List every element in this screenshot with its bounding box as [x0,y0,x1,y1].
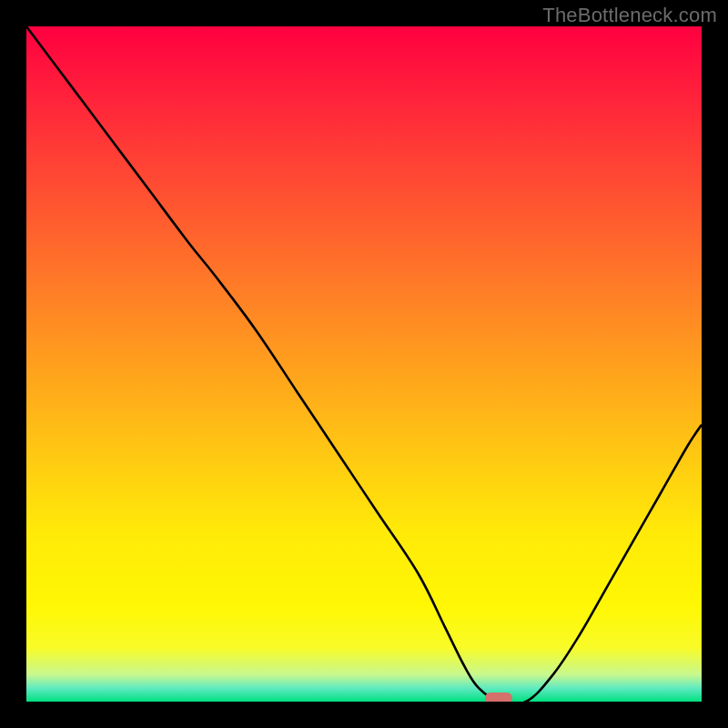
plot-area [26,26,702,702]
bottleneck-curve [26,26,702,702]
curve-path [26,26,702,702]
chart-frame: TheBottleneck.com [0,0,728,728]
optimal-point-marker [485,693,512,702]
watermark-text: TheBottleneck.com [542,4,717,27]
